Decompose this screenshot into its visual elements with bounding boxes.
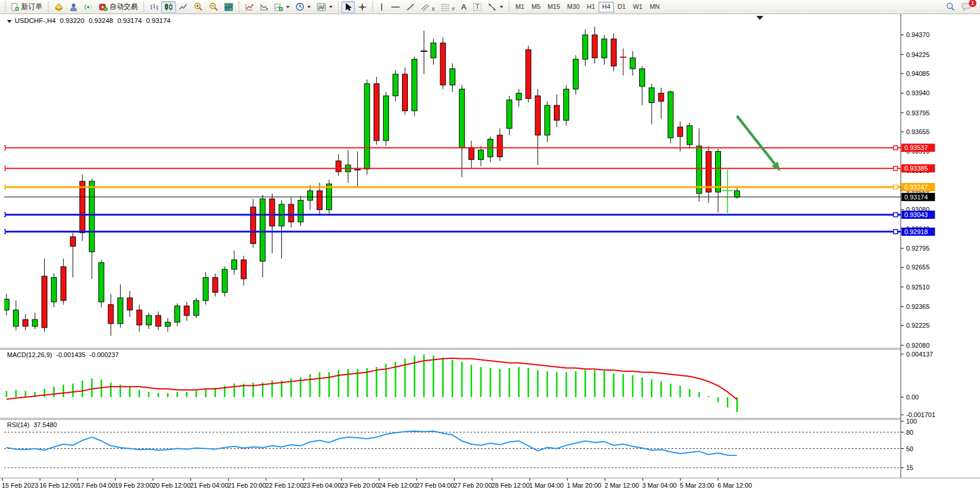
new-order-icon <box>11 3 19 11</box>
time-tick-label: 21 Feb 20:00 <box>228 482 266 489</box>
candle-body <box>735 191 740 197</box>
macd-signal-value: -0.000237 <box>89 351 119 358</box>
profit-down-icon <box>260 3 268 11</box>
timeframe-h1[interactable]: H1 <box>583 2 599 12</box>
channel-letter: E <box>432 6 435 12</box>
toolbar-grip[interactable] <box>507 2 511 12</box>
new-chart-button[interactable] <box>271 1 293 13</box>
main-toolbar: 新订单 自动交易 <box>0 0 980 14</box>
new-chart-icon <box>274 3 283 11</box>
macd-tick-label: 0.004137 <box>906 351 934 358</box>
chart-canvas[interactable]: 0.943700.942250.940850.939400.937950.936… <box>0 14 980 493</box>
toolbar-grip[interactable] <box>337 2 340 12</box>
price-badge-label: 0.93247 <box>905 184 928 191</box>
notifications-button[interactable]: 1 <box>958 1 974 13</box>
horizontal-line-icon <box>391 3 400 11</box>
line-handle[interactable] <box>893 185 898 189</box>
candle-body <box>544 105 550 135</box>
svg-text:T: T <box>476 4 479 10</box>
line-chart-mode-button[interactable] <box>176 1 191 13</box>
candle-body <box>383 96 388 141</box>
toolbar-grip[interactable] <box>142 2 145 12</box>
price-tick-label: 0.93795 <box>906 109 930 116</box>
line-handle[interactable] <box>893 146 898 150</box>
candlestick-chart-icon <box>164 3 173 11</box>
candle-body <box>137 310 142 325</box>
auto-trading-button[interactable]: 自动交易 <box>96 1 141 13</box>
timeframe-w1[interactable]: W1 <box>629 2 646 12</box>
toolbar-grip[interactable] <box>237 2 241 12</box>
toolbar-grip[interactable] <box>371 2 374 12</box>
timeframe-m30[interactable]: M30 <box>564 2 583 12</box>
toolbar-grip[interactable] <box>4 2 7 12</box>
crosshair-icon <box>358 3 367 11</box>
candle-body <box>212 278 218 292</box>
candle-body <box>469 147 474 159</box>
notification-badge: 1 <box>969 0 976 7</box>
candle-body <box>89 181 95 252</box>
time-tick-label: 27 Feb 04:00 <box>416 482 454 489</box>
label-icon: T <box>473 2 482 11</box>
show-bid-line-button[interactable] <box>242 1 257 13</box>
search-button[interactable] <box>943 1 958 13</box>
chart-menu-icon[interactable] <box>7 20 12 23</box>
timeframe-m5[interactable]: M5 <box>528 2 544 12</box>
bar-chart-mode-button[interactable] <box>147 1 161 13</box>
auto-trading-label: 自动交易 <box>109 2 138 12</box>
zoom-out-button[interactable] <box>206 1 221 13</box>
signals-button[interactable] <box>81 1 96 13</box>
candlestick-mode-button[interactable] <box>161 1 176 13</box>
candle-body <box>364 84 370 169</box>
timeframe-d1[interactable]: D1 <box>614 2 629 12</box>
vertical-line-tool-button[interactable] <box>376 1 388 13</box>
label-tool-button[interactable]: T <box>470 1 485 13</box>
candle-body <box>51 278 57 302</box>
rsi-tick-label: 100 <box>906 418 917 425</box>
market-watch-button[interactable] <box>51 1 67 13</box>
candle-body <box>61 267 66 301</box>
price-tick-label: 0.92365 <box>906 303 930 310</box>
zoom-in-button[interactable] <box>191 1 206 13</box>
new-order-button[interactable]: 新订单 <box>8 1 45 13</box>
price-tick-label: 0.92655 <box>906 264 930 271</box>
periodicity-button[interactable] <box>293 1 314 13</box>
chevron-down-icon <box>329 6 333 8</box>
candle-body <box>611 39 616 66</box>
show-ask-line-button[interactable] <box>257 1 271 13</box>
candle-body <box>175 306 180 322</box>
toolbar-grip[interactable] <box>46 2 50 12</box>
text-tool-button[interactable]: A <box>458 1 469 13</box>
candle-body <box>677 127 683 136</box>
tile-windows-button[interactable] <box>221 1 236 13</box>
candle-body <box>298 200 303 222</box>
line-handle[interactable] <box>893 166 898 171</box>
timeframe-mn[interactable]: MN <box>646 2 663 12</box>
horizontal-line-tool-button[interactable] <box>388 1 403 13</box>
arrows-tool-button[interactable] <box>485 1 506 13</box>
trading-terminal: 新订单 自动交易 <box>0 0 980 493</box>
time-tick-label: 1 Mar 20:00 <box>567 482 602 489</box>
cursor-tool-button[interactable] <box>341 1 355 13</box>
trendline-tool-button[interactable] <box>403 1 418 13</box>
timeframe-h4[interactable]: H4 <box>599 2 614 12</box>
time-tick-label: 24 Feb 12:00 <box>378 482 417 489</box>
macd-label: MACD(12,26,9) -0.001435 -0.000237 <box>7 351 121 358</box>
crosshair-tool-button[interactable] <box>355 1 370 13</box>
templates-button[interactable] <box>314 1 335 13</box>
data-window-button[interactable] <box>67 1 81 13</box>
line-handle[interactable] <box>893 213 898 217</box>
fibonacci-tool-button[interactable]: F <box>438 1 458 13</box>
price-badge-label: 0.93537 <box>905 144 928 151</box>
candle-body <box>14 310 19 327</box>
fibo-letter: F <box>452 6 455 12</box>
candle-body <box>564 89 569 120</box>
line-handle[interactable] <box>893 229 898 234</box>
rsi-name: RSI(14) <box>7 421 29 428</box>
timeframe-m1[interactable]: M1 <box>512 2 528 12</box>
chevron-down-icon <box>286 6 290 8</box>
timeframe-m15[interactable]: M15 <box>544 2 563 12</box>
channel-tool-button[interactable]: E <box>418 1 438 13</box>
rsi-value: 37.5480 <box>34 421 57 428</box>
zoom-in-icon <box>194 2 203 11</box>
bar-chart-icon <box>150 3 158 11</box>
